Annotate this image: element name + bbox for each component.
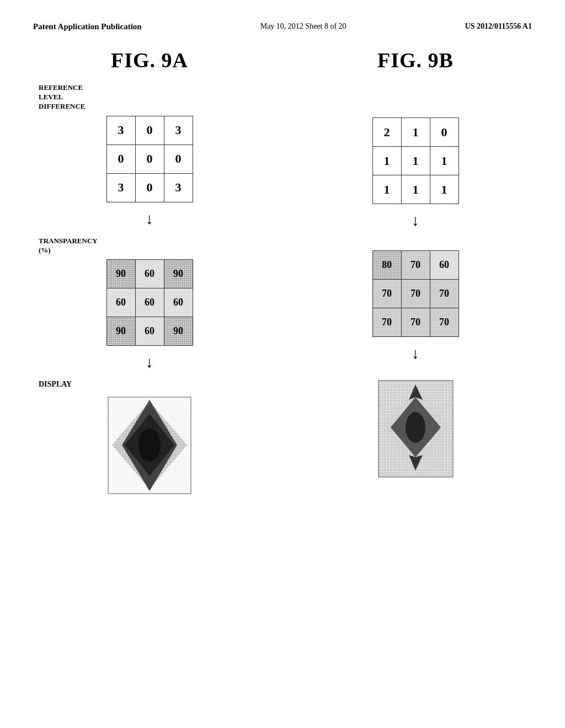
cell-2-1: 1	[401, 175, 430, 204]
cell-t-2-1: 60	[135, 317, 164, 346]
cell-t-2-2: 70	[430, 308, 459, 337]
cell-t-1-0: 60	[106, 288, 135, 317]
cell-t-2-0: 70	[372, 308, 401, 337]
fig9a-grid1: 3 0 3 0 0 0 3 0 3	[106, 116, 193, 202]
table-row: 90 60 90	[106, 260, 193, 288]
page: Patent Application Publication May 10, 2…	[0, 0, 565, 728]
fig9a-grid2: 90 60 90 60 60 60 90 60 90	[106, 259, 193, 346]
table-row: 70 70 70	[372, 280, 459, 308]
fig9b-grid2: 80 70 60 70 70 70 70 70 70	[372, 250, 459, 337]
cell-t-0-1: 60	[135, 260, 164, 288]
table-row: 60 60 60	[106, 288, 193, 317]
fig9a-column: FIG. 9A REFERENCELEVELDIFFERENCE 3 0 3 0…	[33, 48, 277, 496]
arrow-2b: ↓	[299, 345, 532, 362]
cell-t-0-2: 90	[164, 260, 193, 288]
cell-0-0: 3	[106, 116, 135, 144]
cell-2-2: 3	[164, 173, 193, 202]
cell-t-2-1: 70	[401, 308, 430, 337]
cell-2-2: 1	[430, 175, 459, 204]
arrow-1a: ↓	[33, 210, 266, 228]
fig9a-grid2-wrapper: 90 60 90 60 60 60 90 60 90	[33, 259, 266, 349]
fig9a-grid1-wrapper: 3 0 3 0 0 0 3 0 3	[33, 116, 266, 206]
cell-0-0: 2	[372, 118, 401, 147]
fig9a-reference-section: REFERENCELEVELDIFFERENCE 3 0 3 0 0 0	[33, 83, 266, 228]
table-row: 0 0 0	[106, 144, 193, 173]
cell-t-2-0: 90	[106, 317, 135, 346]
table-row: 3 0 3	[106, 173, 193, 202]
cell-0-1: 1	[401, 118, 430, 147]
table-row: 70 70 70	[372, 308, 459, 337]
fig9a-display-section: DISPLAY	[33, 380, 266, 496]
cell-t-1-2: 60	[164, 288, 193, 317]
cell-t-0-2: 60	[430, 251, 459, 280]
cell-1-1: 0	[135, 144, 164, 173]
cell-1-2: 0	[164, 144, 193, 173]
header-date-sheet: May 10, 2012 Sheet 8 of 20	[260, 22, 347, 31]
cell-t-0-0: 90	[106, 260, 135, 288]
header: Patent Application Publication May 10, 2…	[33, 22, 532, 31]
cell-1-0: 1	[372, 147, 401, 175]
arrow-2a: ↓	[33, 354, 266, 371]
fig9b-column: FIG. 9B 2 1 0 1 1 1 1	[277, 48, 532, 496]
fig9b-spacer	[299, 83, 532, 117]
fig9b-display-image	[376, 378, 456, 480]
table-row: 1 1 1	[372, 147, 459, 175]
reference-label: REFERENCELEVELDIFFERENCE	[39, 83, 266, 111]
cell-2-1: 0	[135, 173, 164, 202]
fig9b-title: FIG. 9B	[299, 48, 532, 72]
table-row: 80 70 60	[372, 251, 459, 280]
cell-2-0: 3	[106, 173, 135, 202]
svg-point-9	[138, 429, 161, 462]
cell-2-0: 1	[372, 175, 401, 204]
cell-0-1: 0	[135, 116, 164, 144]
cell-t-1-0: 70	[372, 280, 401, 308]
table-row: 2 1 0	[372, 118, 459, 147]
header-patent-number: US 2012/0115556 A1	[465, 22, 532, 31]
fig9b-display-wrapper	[299, 378, 532, 480]
fig9a-display-image	[105, 394, 194, 496]
cell-t-0-0: 80	[372, 251, 401, 280]
cell-0-2: 3	[164, 116, 193, 144]
table-row: 3 0 3	[106, 116, 193, 144]
cell-1-1: 1	[401, 147, 430, 175]
fig9b-grid2-wrapper: 80 70 60 70 70 70 70 70 70	[299, 250, 532, 340]
header-publication: Patent Application Publication	[33, 22, 142, 31]
display-label-9a: DISPLAY	[39, 380, 266, 389]
fig9a-title: FIG. 9A	[33, 48, 266, 72]
cell-1-2: 1	[430, 147, 459, 175]
cell-0-2: 0	[430, 118, 459, 147]
fig9a-transparency-section: TRANSPARENCY(%) 90 60 90 60 60 60	[33, 237, 266, 372]
svg-point-16	[406, 412, 425, 443]
fig9b-transparency-spacer	[299, 238, 532, 250]
cell-t-2-2: 90	[164, 317, 193, 346]
table-row: 1 1 1	[372, 175, 459, 204]
fig9a-display-wrapper	[33, 394, 266, 496]
transparency-label: TRANSPARENCY(%)	[39, 237, 266, 255]
cell-1-0: 0	[106, 144, 135, 173]
arrow-1b: ↓	[299, 212, 532, 229]
fig9b-grid1-wrapper: 2 1 0 1 1 1 1 1 1	[299, 117, 532, 207]
cell-t-1-1: 70	[401, 280, 430, 308]
cell-t-0-1: 70	[401, 251, 430, 280]
table-row: 90 60 90	[106, 317, 193, 346]
fig9b-grid1: 2 1 0 1 1 1 1 1 1	[372, 117, 459, 204]
cell-t-1-1: 60	[135, 288, 164, 317]
cell-t-1-2: 70	[430, 280, 459, 308]
